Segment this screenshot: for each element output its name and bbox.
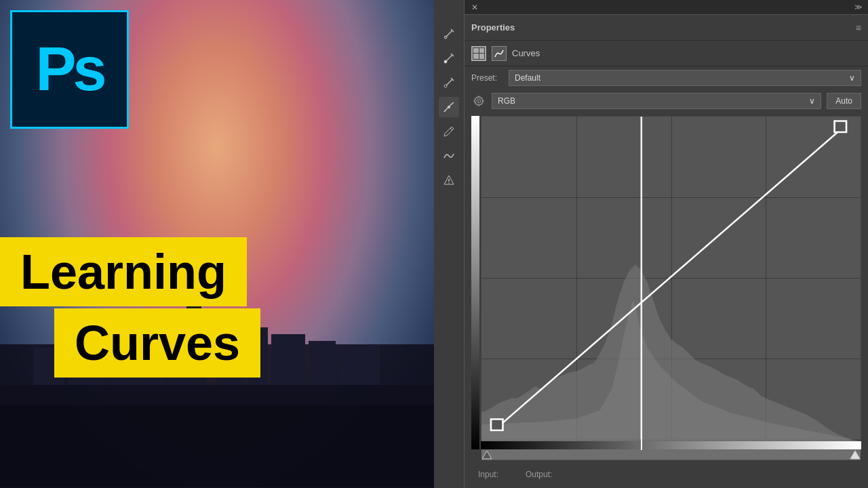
svg-line-45 <box>499 127 843 426</box>
white-input-slider[interactable] <box>641 439 642 450</box>
io-row: Input: Output: <box>471 464 861 485</box>
svg-rect-12 <box>339 344 380 385</box>
curve-adjustment-tool[interactable] <box>439 97 459 117</box>
properties-header: Properties ≡ <box>465 15 868 41</box>
input-label: Input: <box>478 470 498 479</box>
preset-chevron: ∨ <box>849 73 855 83</box>
svg-marker-49 <box>850 451 860 459</box>
curves-panel-label: Curves <box>512 48 540 58</box>
curves-banner: Curves <box>54 308 260 378</box>
white-point-tool[interactable] <box>439 48 459 68</box>
svg-point-30 <box>444 85 447 87</box>
right-panel: ✕ ≫ Properties ≡ Curves <box>434 0 868 488</box>
panel-top-bar: ✕ ≫ <box>465 0 868 15</box>
input-gradient <box>481 441 861 449</box>
ps-logo-text: Ps <box>35 35 103 104</box>
black-point-tool[interactable] <box>439 73 459 93</box>
preset-value: Default <box>515 73 540 83</box>
curves-graph[interactable] <box>481 116 861 440</box>
svg-rect-47 <box>491 419 502 430</box>
panel-menu-icon[interactable]: ≡ <box>856 22 861 33</box>
curves-graph-container: Input: Output: <box>465 113 868 488</box>
left-panel: Ps Learning Curves <box>0 0 434 488</box>
svg-rect-21 <box>0 405 434 487</box>
highlight-triangle[interactable] <box>850 451 860 460</box>
curve-line <box>481 117 861 439</box>
preset-dropdown[interactable]: Default ∨ <box>509 70 861 86</box>
channel-chevron: ∨ <box>809 96 815 106</box>
channel-dropdown[interactable]: RGB ∨ <box>492 93 821 109</box>
svg-line-33 <box>450 128 452 130</box>
curves-header: Curves <box>465 41 868 66</box>
svg-point-35 <box>448 182 450 184</box>
learning-text: Learning <box>20 245 226 299</box>
target-adjustment-icon[interactable] <box>471 94 486 108</box>
tools-sidebar <box>434 0 465 488</box>
expand-button[interactable]: ≫ <box>854 3 863 12</box>
svg-rect-10 <box>271 334 305 385</box>
svg-rect-46 <box>835 121 846 132</box>
channel-row: RGB ∨ Auto <box>465 89 868 113</box>
channel-value: RGB <box>498 96 515 106</box>
svg-marker-48 <box>482 451 492 459</box>
properties-panel: ✕ ≫ Properties ≡ Curves <box>465 0 868 488</box>
curves-text: Curves <box>75 316 240 370</box>
curves-adjustment-icon <box>492 46 507 61</box>
close-button[interactable]: ✕ <box>470 3 479 12</box>
smooth-curve-tool[interactable] <box>439 146 459 166</box>
shadow-triangle[interactable] <box>482 451 492 460</box>
preset-row: Preset: Default ∨ <box>465 66 868 89</box>
svg-point-32 <box>448 106 450 108</box>
svg-point-39 <box>478 100 479 102</box>
preset-label: Preset: <box>471 73 502 83</box>
svg-rect-11 <box>309 341 336 385</box>
svg-point-27 <box>444 60 447 63</box>
ps-logo: Ps <box>10 10 129 129</box>
output-gradient <box>471 116 479 449</box>
pencil-tool[interactable] <box>439 121 459 142</box>
warning-tool[interactable] <box>439 170 459 190</box>
learning-banner: Learning <box>0 237 247 306</box>
output-label: Output: <box>526 470 552 479</box>
auto-button[interactable]: Auto <box>827 93 861 109</box>
eyedropper-auto-tool[interactable] <box>439 24 459 44</box>
properties-title: Properties <box>471 22 856 33</box>
adjustment-layer-icon <box>471 46 486 61</box>
